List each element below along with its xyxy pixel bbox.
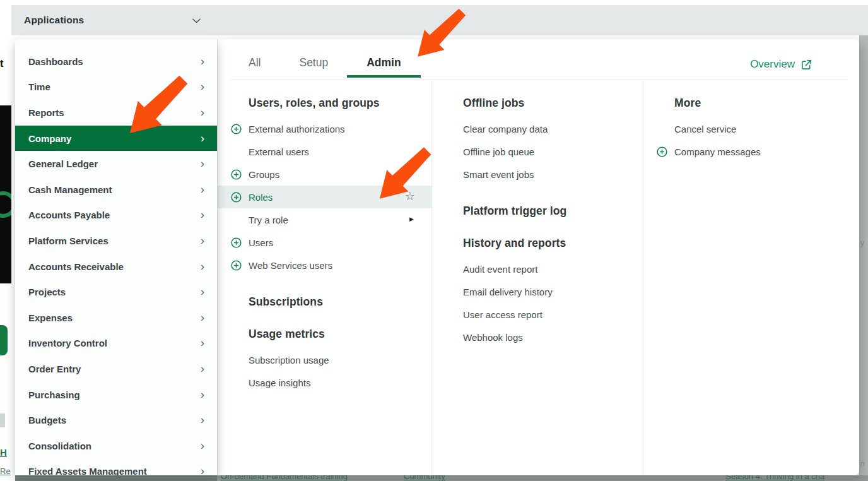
- menu-item-users[interactable]: Users: [218, 231, 431, 254]
- menu-item-clear-company-data[interactable]: Clear company data: [432, 117, 643, 140]
- chevron-right-icon: ›: [201, 208, 204, 220]
- chevron-right-icon: ›: [201, 234, 204, 246]
- section-heading: Offline jobs: [463, 97, 643, 110]
- tab-admin[interactable]: Admin: [367, 56, 401, 69]
- section-heading: More: [674, 97, 859, 110]
- menu-item-subscription-usage[interactable]: Subscription usage: [218, 348, 431, 371]
- flyout-tab-bar: All Setup Admin: [218, 56, 401, 69]
- submenu-arrow-icon: ▶: [409, 217, 414, 222]
- background-image-fragment: [0, 105, 11, 283]
- sidebar-item-company[interactable]: Company›: [15, 126, 217, 151]
- chevron-right-icon: ›: [201, 465, 204, 475]
- applications-dropdown-panel: Dashboards› Time› Reports› Company› Gene…: [15, 39, 217, 475]
- menu-item-web-services-users[interactable]: Web Services users: [218, 254, 431, 276]
- background-text-fragment: t: [0, 58, 3, 69]
- section-users-roles-groups: Users, roles, and groups External author…: [218, 97, 431, 276]
- chevron-right-icon: ›: [201, 362, 204, 374]
- chevron-right-icon: ›: [201, 80, 204, 92]
- section-offline-jobs: Offline jobs Clear company data Offline …: [432, 97, 643, 186]
- chevron-down-icon: [192, 18, 201, 23]
- plus-circle-icon[interactable]: [231, 260, 242, 271]
- menu-item-audit-event-report[interactable]: Audit event report: [432, 258, 643, 280]
- chevron-right-icon: ›: [201, 260, 204, 272]
- sidebar-item-cash-management[interactable]: Cash Management›: [15, 177, 217, 203]
- sidebar-item-general-ledger[interactable]: General Ledger›: [15, 151, 217, 177]
- chevron-right-icon: ›: [201, 157, 204, 169]
- footer-link-fundamentals-training[interactable]: On-demand Fundamentals training: [221, 475, 348, 481]
- sidebar-item-platform-services[interactable]: Platform Services›: [15, 228, 217, 254]
- company-flyout-panel: All Setup Admin Overview Users, roles, a…: [217, 39, 859, 475]
- menu-item-offline-job-queue[interactable]: Offline job queue: [432, 140, 643, 163]
- chevron-right-icon: ›: [201, 311, 204, 323]
- background-link-fragment: Re: [0, 466, 11, 476]
- applications-menu-button[interactable]: Applications: [11, 5, 217, 35]
- sidebar-item-purchasing[interactable]: Purchasing›: [15, 382, 217, 408]
- footer-link-season-4[interactable]: Season 4: Thriving in a cha: [725, 475, 824, 481]
- section-history-and-reports: History and reports Audit event report E…: [432, 237, 643, 348]
- sidebar-item-inventory-control[interactable]: Inventory Control›: [15, 331, 217, 357]
- tab-setup[interactable]: Setup: [299, 56, 328, 69]
- dimmed-page-right-edge: y n: [859, 35, 868, 481]
- sidebar-item-projects[interactable]: Projects›: [15, 279, 217, 305]
- chevron-right-icon: ›: [201, 413, 204, 425]
- menu-item-roles[interactable]: Roles ☆: [218, 186, 431, 208]
- chevron-right-icon: ›: [201, 439, 204, 451]
- menu-item-groups[interactable]: Groups: [218, 163, 431, 186]
- chevron-right-icon: ›: [201, 132, 204, 144]
- plus-circle-icon[interactable]: [231, 124, 242, 134]
- sidebar-item-budgets[interactable]: Budgets›: [15, 407, 217, 433]
- column-more: More Cancel service Company messages: [643, 80, 859, 475]
- sidebar-item-dashboards[interactable]: Dashboards›: [15, 49, 217, 74]
- plus-circle-icon[interactable]: [231, 169, 242, 180]
- chevron-right-icon: ›: [201, 388, 204, 400]
- section-platform-trigger-log: Platform trigger log: [432, 205, 643, 218]
- column-users-roles-groups: Users, roles, and groups External author…: [218, 80, 431, 475]
- menu-item-user-access-report[interactable]: User access report: [432, 303, 643, 326]
- menu-item-usage-insights[interactable]: Usage insights: [218, 371, 431, 394]
- sidebar-item-fixed-assets-management[interactable]: Fixed Assets Management›: [15, 459, 217, 476]
- overview-link-label: Overview: [750, 58, 795, 71]
- section-usage-metrics: Usage metrics Subscription usage Usage i…: [218, 328, 431, 394]
- chevron-right-icon: ›: [201, 285, 204, 297]
- section-heading: History and reports: [463, 237, 643, 250]
- sidebar-item-reports[interactable]: Reports›: [15, 100, 217, 126]
- menu-item-smart-event-jobs[interactable]: Smart event jobs: [432, 163, 643, 186]
- plus-circle-icon[interactable]: [231, 192, 242, 203]
- dimmed-page-bottom-edge: [15, 475, 217, 481]
- column-offline-jobs: Offline jobs Clear company data Offline …: [431, 80, 643, 475]
- sidebar-item-time[interactable]: Time›: [15, 74, 217, 100]
- top-menu-bar: Applications: [11, 5, 868, 35]
- section-heading: Usage metrics: [249, 328, 431, 341]
- footer-link-community[interactable]: Community: [404, 475, 445, 481]
- star-favorite-icon[interactable]: ☆: [405, 191, 415, 202]
- section-heading[interactable]: Subscriptions: [249, 295, 431, 309]
- menu-item-try-a-role[interactable]: Try a role ▶: [218, 208, 431, 231]
- sidebar-item-expenses[interactable]: Expenses›: [15, 305, 217, 331]
- section-more: More Cancel service Company messages: [643, 97, 859, 163]
- section-subscriptions: Subscriptions: [218, 295, 431, 309]
- chevron-right-icon: ›: [201, 183, 204, 195]
- section-heading[interactable]: Platform trigger log: [463, 205, 643, 218]
- menu-item-email-delivery-history[interactable]: Email delivery history: [432, 280, 643, 303]
- sidebar-item-order-entry[interactable]: Order Entry›: [15, 356, 217, 382]
- menu-item-cancel-service[interactable]: Cancel service: [643, 117, 859, 140]
- background-graphic-fragment: [0, 413, 5, 427]
- background-logo-fragment: [0, 191, 11, 218]
- background-graphic-fragment: [0, 325, 8, 355]
- tab-all[interactable]: All: [249, 56, 261, 69]
- chevron-right-icon: ›: [201, 106, 204, 118]
- chevron-right-icon: ›: [201, 336, 204, 348]
- menu-item-external-users[interactable]: External users: [218, 140, 431, 163]
- plus-circle-icon[interactable]: [657, 146, 667, 157]
- sidebar-item-accounts-receivable[interactable]: Accounts Receivable›: [15, 254, 217, 280]
- plus-circle-icon[interactable]: [231, 237, 242, 248]
- menu-item-external-authorizations[interactable]: External authorizations: [218, 117, 431, 140]
- flyout-columns: Users, roles, and groups External author…: [218, 80, 859, 475]
- menu-item-webhook-logs[interactable]: Webhook logs: [432, 326, 643, 348]
- section-heading: Users, roles, and groups: [249, 97, 431, 110]
- sidebar-item-accounts-payable[interactable]: Accounts Payable›: [15, 203, 217, 229]
- sidebar-item-consolidation[interactable]: Consolidation›: [15, 433, 217, 459]
- overview-link[interactable]: Overview: [750, 58, 812, 71]
- applications-menu-label: Applications: [24, 15, 84, 26]
- menu-item-company-messages[interactable]: Company messages: [643, 140, 859, 163]
